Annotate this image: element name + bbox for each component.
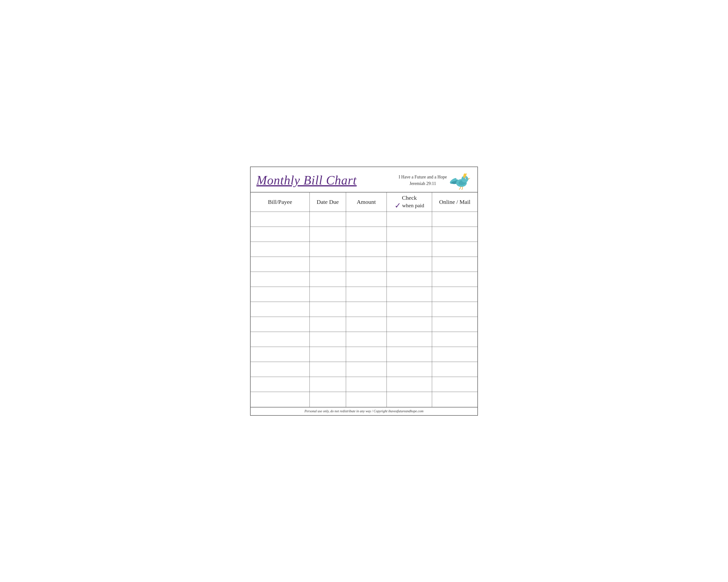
checkmark-icon: ✓ (394, 202, 401, 210)
table-cell[interactable] (346, 392, 387, 407)
table-row (251, 362, 477, 377)
table-cell[interactable] (251, 272, 310, 287)
table-row (251, 332, 477, 347)
table-row (251, 347, 477, 362)
table-row (251, 392, 477, 407)
table-cell[interactable] (346, 257, 387, 272)
col-header-check: Check ✓ when paid (387, 192, 432, 212)
check-header-bottom: when paid (402, 202, 424, 209)
table-cell[interactable] (346, 242, 387, 257)
bird-icon (450, 171, 472, 190)
table-cell[interactable] (387, 257, 432, 272)
table-cell[interactable] (432, 227, 477, 242)
table-cell[interactable] (346, 377, 387, 392)
table-cell[interactable] (432, 242, 477, 257)
table-cell[interactable] (346, 272, 387, 287)
svg-point-7 (466, 178, 467, 179)
table-cell[interactable] (251, 287, 310, 302)
page: Monthly Bill Chart I Have a Future and a… (250, 167, 478, 416)
table-cell[interactable] (310, 272, 346, 287)
table-cell[interactable] (387, 332, 432, 347)
table-cell[interactable] (387, 302, 432, 317)
table-cell[interactable] (346, 362, 387, 377)
table-cell[interactable] (251, 212, 310, 227)
col-header-bill: Bill/Payee (251, 192, 310, 212)
table-cell[interactable] (387, 272, 432, 287)
table-cell[interactable] (310, 392, 346, 407)
table-row (251, 317, 477, 332)
page-title: Monthly Bill Chart (256, 173, 357, 187)
table-cell[interactable] (346, 227, 387, 242)
table-cell[interactable] (251, 227, 310, 242)
scripture-line2: Jeremiah 29:11 (399, 181, 447, 187)
table-cell[interactable] (387, 317, 432, 332)
table-cell[interactable] (251, 377, 310, 392)
table-cell[interactable] (346, 347, 387, 362)
table-cell[interactable] (346, 212, 387, 227)
table-row (251, 272, 477, 287)
table-cell[interactable] (346, 287, 387, 302)
scripture-line1: I Have a Future and a Hope (399, 174, 447, 181)
table-cell[interactable] (251, 317, 310, 332)
table-cell[interactable] (432, 317, 477, 332)
table-cell[interactable] (251, 257, 310, 272)
table-cell[interactable] (310, 302, 346, 317)
header: Monthly Bill Chart I Have a Future and a… (251, 167, 477, 192)
table-cell[interactable] (432, 212, 477, 227)
svg-marker-8 (468, 178, 470, 179)
table-cell[interactable] (310, 257, 346, 272)
table-cell[interactable] (432, 257, 477, 272)
col-header-date: Date Due (310, 192, 346, 212)
table-cell[interactable] (432, 332, 477, 347)
table-row (251, 257, 477, 272)
table-row (251, 242, 477, 257)
table-cell[interactable] (432, 392, 477, 407)
table-cell[interactable] (432, 347, 477, 362)
table-cell[interactable] (310, 287, 346, 302)
table-cell[interactable] (387, 227, 432, 242)
table-cell[interactable] (310, 332, 346, 347)
table-cell[interactable] (251, 347, 310, 362)
table-row (251, 227, 477, 242)
table-cell[interactable] (310, 242, 346, 257)
table-cell[interactable] (310, 362, 346, 377)
table-cell[interactable] (432, 377, 477, 392)
table-cell[interactable] (310, 347, 346, 362)
table-cell[interactable] (251, 362, 310, 377)
table-cell[interactable] (387, 347, 432, 362)
table-cell[interactable] (310, 377, 346, 392)
bill-table: Bill/Payee Date Due Amount Check ✓ w (251, 192, 477, 407)
col-header-amount: Amount (346, 192, 387, 212)
scripture-block: I Have a Future and a Hope Jeremiah 29:1… (399, 174, 447, 187)
table-cell[interactable] (251, 332, 310, 347)
bill-table-wrapper: Bill/Payee Date Due Amount Check ✓ w (251, 192, 477, 407)
col-header-online: Online / Mail (432, 192, 477, 212)
footer: Personal use only, do not redistribute i… (251, 407, 477, 415)
header-right: I Have a Future and a Hope Jeremiah 29:1… (399, 171, 472, 190)
table-cell[interactable] (251, 242, 310, 257)
table-cell[interactable] (387, 242, 432, 257)
table-cell[interactable] (387, 362, 432, 377)
table-cell[interactable] (310, 227, 346, 242)
table-cell[interactable] (346, 317, 387, 332)
table-cell[interactable] (432, 287, 477, 302)
table-cell[interactable] (346, 302, 387, 317)
check-header-top: Check (402, 195, 417, 201)
table-cell[interactable] (346, 332, 387, 347)
table-cell[interactable] (432, 302, 477, 317)
table-cell[interactable] (387, 377, 432, 392)
table-cell[interactable] (387, 212, 432, 227)
svg-line-14 (462, 189, 462, 190)
table-cell[interactable] (432, 362, 477, 377)
table-cell[interactable] (251, 392, 310, 407)
table-cell[interactable] (432, 272, 477, 287)
table-cell[interactable] (310, 212, 346, 227)
table-cell[interactable] (310, 317, 346, 332)
table-cell[interactable] (251, 302, 310, 317)
table-row (251, 377, 477, 392)
footer-text: Personal use only, do not redistribute i… (305, 409, 424, 413)
table-header-row: Bill/Payee Date Due Amount Check ✓ w (251, 192, 477, 212)
table-cell[interactable] (387, 287, 432, 302)
table-row (251, 287, 477, 302)
table-cell[interactable] (387, 392, 432, 407)
